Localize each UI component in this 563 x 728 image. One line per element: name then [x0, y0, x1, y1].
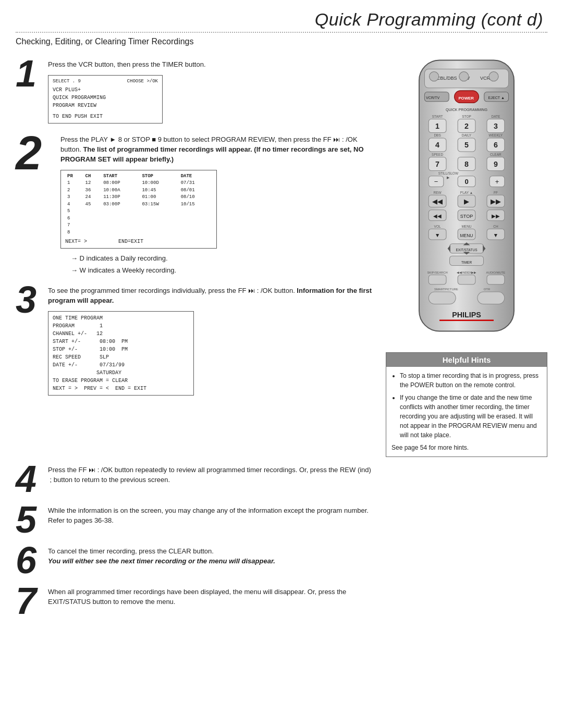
svg-text:REW: REW — [434, 191, 442, 194]
step-1-content: Press the VCR button, then press the TIM… — [48, 55, 376, 127]
step-7-content: When all programmed timer recordings hav… — [48, 582, 376, 609]
svg-text:◀◀: ◀◀ — [432, 198, 443, 205]
screen-line-2: QUICK PROGRAMMING — [53, 94, 158, 102]
s3-line-1: ONE TIME PROGRAM — [53, 314, 189, 322]
svg-text:STILL/SLOW: STILL/SLOW — [438, 171, 459, 175]
s3-line-6: REC SPEED SLP — [53, 353, 189, 361]
svg-rect-84 — [429, 275, 446, 285]
step-2-content: Press the PLAY ► 8 or STOP ■ 9 button to… — [60, 130, 376, 278]
bottom-left: 4 Press the FF ⏭ : /OK button repeatedly… — [16, 457, 386, 623]
svg-text:▶▶: ▶▶ — [491, 198, 501, 205]
helpful-hints-list: To stop a timer recording that is in pro… — [391, 371, 542, 440]
svg-text:DBS: DBS — [434, 133, 441, 137]
svg-text:DAILY: DAILY — [462, 133, 472, 137]
step-number-4: 4 — [16, 460, 43, 498]
page-title: Quick Programming (cont d) — [0, 0, 563, 32]
svg-rect-89 — [429, 292, 456, 304]
svg-text:▼: ▼ — [493, 232, 498, 238]
svg-text:◀◀: ◀◀ — [433, 213, 442, 219]
bottom-section: 4 Press the FF ⏭ : /OK button repeatedly… — [0, 457, 563, 623]
step-1: 1 Press the VCR button, then press the T… — [16, 55, 376, 127]
svg-text:CLEAR: CLEAR — [490, 153, 501, 156]
svg-point-5 — [430, 72, 439, 81]
helpful-hints-body: To stop a timer recording that is in pro… — [386, 367, 547, 456]
hint-2: If you change the time or date and the n… — [400, 393, 542, 440]
helpful-hints-title: Helpful Hints — [386, 353, 547, 367]
step-2-bold: The list of programmed timer recordings … — [60, 145, 364, 163]
step-6-italic: You will either see the next timer recor… — [48, 557, 275, 565]
step-3-screen: ONE TIME PROGRAM PROGRAM 1 CHANNEL +/- 1… — [48, 311, 194, 396]
svg-text:◀◀INDEX▶▶: ◀◀INDEX▶▶ — [457, 271, 476, 274]
step-3-content: To see the programmed timer recordings i… — [48, 281, 376, 399]
step-1-text: Press the VCR button, then press the TIM… — [48, 60, 376, 70]
step-7-text: When all programmed timer recordings hav… — [48, 587, 376, 607]
screen-line-1: VCR PLUS+ — [53, 86, 158, 94]
svg-text:2: 2 — [464, 122, 469, 130]
screen-choose: CHOOSE >/OK — [127, 78, 158, 85]
step-4-content: Press the FF ⏭ : /OK button repeatedly t… — [48, 460, 376, 487]
svg-text:SPEED: SPEED — [432, 153, 443, 156]
s3-line-2: PROGRAM 1 — [53, 322, 189, 330]
svg-text:▶▶: ▶▶ — [492, 213, 500, 219]
step-number-7: 7 — [16, 582, 43, 620]
svg-rect-86 — [487, 275, 505, 285]
svg-text:WEEKLY: WEEKLY — [489, 133, 503, 137]
step-7: 7 When all programmed timer recordings h… — [16, 582, 376, 620]
svg-text:FF: FF — [494, 191, 498, 194]
svg-rect-92 — [439, 319, 494, 321]
helpful-hints-box: Helpful Hints To stop a timer recording … — [386, 352, 547, 457]
section-heading: Checking, Editing, or Clearing Timer Rec… — [16, 37, 547, 46]
hint-1: To stop a timer recording that is in pro… — [400, 371, 542, 390]
s3-line-10: NEXT = > PREV = < END = EXIT — [53, 385, 189, 392]
step-number-5: 5 — [16, 501, 43, 538]
svg-text:EXIT/STATUS: EXIT/STATUS — [456, 248, 478, 252]
s3-line-4: START +/- 08:00 PM — [53, 338, 189, 346]
screen-select: SELECT . 9 — [53, 78, 81, 85]
step-5-text: While the information is on the screen, … — [48, 506, 376, 526]
step-1-screen: SELECT . 9 CHOOSE >/OK VCR PLUS+ QUICK P… — [48, 75, 163, 124]
section-divider — [16, 32, 547, 33]
svg-text:CH: CH — [493, 225, 498, 228]
svg-text:▼: ▼ — [435, 232, 440, 238]
step-2-text: Press the PLAY ► 8 or STOP ■ 9 button to… — [60, 135, 376, 165]
s3-line-8: SATURDAY — [53, 369, 189, 377]
svg-text:0: 0 — [464, 178, 468, 186]
svg-text:4: 4 — [435, 141, 439, 149]
svg-text:+: + — [495, 178, 499, 186]
step-number-2: 2 — [16, 130, 57, 177]
step-3-text: To see the programmed timer recordings i… — [48, 286, 376, 306]
step-5-content: While the information is on the screen, … — [48, 501, 376, 528]
step-6: 6 To cancel the timer recording, press t… — [16, 541, 376, 579]
step-6-text: To cancel the timer recording, press the… — [48, 547, 376, 566]
remote-svg: CBL/DBS TV VCR VCR/TV POWER EJECT ▲ QUIC… — [399, 57, 534, 341]
svg-text:DATE: DATE — [491, 115, 500, 118]
indicator-d: → D indicates a Daily recording. — [71, 254, 376, 264]
step-6-content: To cancel the timer recording, press the… — [48, 541, 376, 569]
svg-text:VOL: VOL — [434, 225, 441, 228]
svg-text:CBL/DBS: CBL/DBS — [437, 76, 457, 81]
svg-rect-90 — [478, 292, 505, 304]
svg-text:VCR/TV: VCR/TV — [426, 96, 439, 100]
step-4: 4 Press the FF ⏭ : /OK button repeatedly… — [16, 460, 376, 498]
svg-text:SKIP/SEARCH: SKIP/SEARCH — [427, 271, 447, 274]
s3-line-3: CHANNEL +/- 12 — [53, 330, 189, 338]
screen-line-4: TO END PUSH EXIT — [53, 113, 158, 120]
s3-line-9: TO ERASE PROGRAM = CLEAR — [53, 377, 189, 385]
program-table: PRCHSTARTSTOPDATE 11208:00P10:00D07/31 2… — [65, 173, 212, 237]
svg-text:TIMER: TIMER — [461, 261, 472, 264]
see-page: See page 54 for more hints. — [391, 443, 542, 452]
step-4-text: Press the FF ⏭ : /OK button repeatedly t… — [48, 465, 376, 485]
svg-text:AUDIO/MUTE: AUDIO/MUTE — [486, 271, 506, 274]
svg-text:EJECT ▲: EJECT ▲ — [488, 96, 505, 100]
svg-text:5: 5 — [464, 141, 469, 149]
svg-text:−: − — [434, 178, 438, 186]
svg-text:POWER: POWER — [458, 96, 474, 101]
left-column: 1 Press the VCR button, then press the T… — [16, 52, 386, 457]
svg-text:STOP: STOP — [460, 214, 473, 219]
svg-text:9: 9 — [494, 160, 498, 168]
svg-text:MENU: MENU — [460, 233, 473, 238]
s3-line-5: STOP +/- 10:00 PM — [53, 346, 189, 353]
svg-text:STOP: STOP — [462, 115, 471, 118]
svg-point-7 — [489, 72, 498, 81]
svg-text:▶: ▶ — [464, 198, 469, 205]
